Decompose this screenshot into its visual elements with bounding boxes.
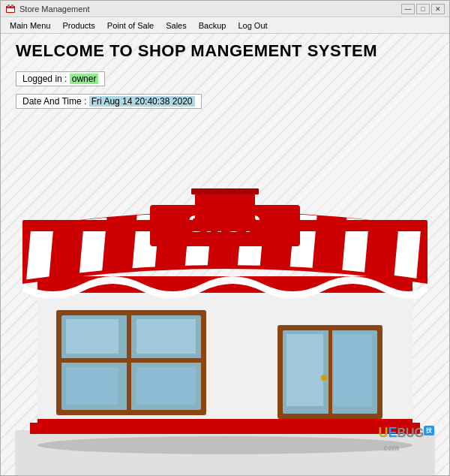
- page-title: WELCOME TO SHOP MANGEMENT SYSTEM: [16, 41, 377, 61]
- menu-point-of-sale[interactable]: Point of Sale: [101, 20, 160, 32]
- datetime-label: Date And Time :: [22, 96, 89, 107]
- close-button[interactable]: ✕: [431, 4, 445, 14]
- svg-rect-3: [11, 5, 14, 8]
- minimize-button[interactable]: —: [401, 4, 415, 14]
- logged-in-label: Logged in :: [22, 74, 70, 84]
- watermark: UEBUG技 .com: [378, 425, 434, 453]
- logged-in-user: owner: [70, 74, 99, 84]
- app-icon: [5, 4, 16, 14]
- svg-rect-36: [30, 423, 420, 434]
- datetime-box: Date And Time : Fri Aug 14 20:40:38 2020: [16, 94, 202, 109]
- svg-rect-29: [328, 330, 332, 414]
- svg-rect-25: [66, 367, 118, 405]
- menu-log-out[interactable]: Log Out: [232, 20, 273, 32]
- svg-rect-30: [286, 334, 323, 406]
- menu-main-menu[interactable]: Main Menu: [4, 20, 56, 32]
- menu-sales[interactable]: Sales: [160, 20, 193, 32]
- svg-rect-35: [191, 188, 259, 194]
- window-controls: — □ ✕: [401, 4, 445, 14]
- app-window: Store Management — □ ✕ Main Menu Product…: [0, 0, 450, 476]
- svg-rect-23: [66, 319, 118, 354]
- svg-rect-24: [136, 319, 196, 354]
- datetime-value: Fri Aug 14 20:40:38 2020: [89, 96, 195, 107]
- svg-rect-26: [136, 367, 196, 405]
- logged-in-box: Logged in : owner: [16, 71, 105, 86]
- title-bar: Store Management — □ ✕: [1, 1, 449, 17]
- svg-rect-31: [334, 334, 372, 406]
- svg-rect-34: [195, 190, 255, 224]
- svg-rect-22: [62, 358, 201, 363]
- menu-products[interactable]: Products: [56, 20, 100, 32]
- menu-bar: Main Menu Products Point of Sale Sales B…: [1, 17, 449, 34]
- shop-image: SHOP: [15, 152, 435, 475]
- svg-point-37: [38, 436, 412, 454]
- menu-backup[interactable]: Backup: [193, 20, 232, 32]
- window-title: Store Management: [20, 5, 401, 14]
- svg-rect-1: [7, 8, 14, 12]
- maximize-button[interactable]: □: [416, 4, 430, 14]
- svg-point-32: [321, 375, 327, 381]
- svg-rect-2: [8, 5, 10, 8]
- content-area: WELCOME TO SHOP MANGEMENT SYSTEM Logged …: [1, 34, 449, 116]
- main-content: WELCOME TO SHOP MANGEMENT SYSTEM Logged …: [1, 34, 449, 475]
